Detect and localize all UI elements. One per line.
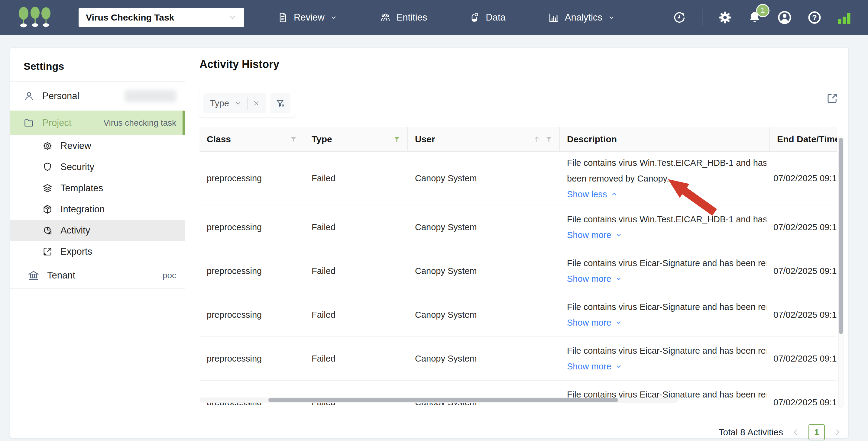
settings-gear-icon[interactable] (718, 10, 732, 25)
column-header-type[interactable]: Type (304, 127, 408, 151)
cell-type: Failed (304, 293, 408, 337)
cell-end-date: 07/02/2025 09:14 (770, 249, 837, 293)
sidebar-item-label: Integration (60, 204, 105, 215)
cell-description: File contains virus Win.Test.EICAR_HDB-1… (560, 151, 770, 205)
nav-item-label: Data (486, 12, 505, 23)
show-more-link[interactable]: Show more (567, 359, 622, 374)
cell-user: Canopy System (408, 249, 560, 293)
sidebar-item-value: Virus checking task (103, 118, 176, 128)
sidebar-item-label: Exports (60, 246, 92, 257)
sidebar-item-label: Tenant (47, 270, 75, 281)
column-header-description[interactable]: Description (560, 127, 770, 151)
package-icon (42, 204, 53, 214)
gear-icon (42, 141, 53, 151)
layers-icon (42, 183, 53, 193)
column-header-class[interactable]: Class (199, 127, 304, 151)
clear-filters-button[interactable] (271, 93, 290, 113)
column-header-user[interactable]: User (408, 127, 560, 151)
chevron-up-icon (611, 191, 618, 198)
nav-item-analytics[interactable]: Analytics (548, 12, 615, 23)
sidebar-item-personal[interactable]: Personal (10, 81, 185, 110)
signal-bars-icon[interactable] (837, 10, 852, 25)
sidebar-item-integration[interactable]: Integration (10, 199, 185, 220)
task-selector-dropdown[interactable]: Virus Checking Task (79, 8, 244, 27)
cell-class: preprocessing (199, 151, 304, 205)
filter-divider (247, 97, 248, 110)
navbar-right-icons: 1 ? (673, 9, 852, 26)
cell-description: File contains virus Eicar-Signature and … (560, 249, 770, 293)
sidebar-item-tenant[interactable]: Tenant poc (10, 262, 185, 289)
filter-funnel-icon[interactable] (290, 136, 297, 143)
table-row: preprocessing Failed Canopy System File … (199, 293, 837, 337)
horizontal-scrollbar-thumb[interactable] (268, 398, 618, 402)
cell-user: Canopy System (408, 205, 560, 249)
cell-user: Canopy System (408, 337, 560, 380)
chevron-down-icon (608, 14, 615, 21)
chevron-down-icon (615, 275, 622, 282)
type-filter-dropdown[interactable]: Type (204, 93, 266, 113)
close-icon[interactable] (253, 100, 259, 107)
total-activities-label: Total 8 Activities (719, 427, 783, 437)
top-navbar: Virus Checking Task Review (0, 0, 868, 35)
sidebar-item-security[interactable]: Security (10, 157, 185, 178)
chevron-down-icon (228, 13, 237, 22)
sort-ascending-icon[interactable] (533, 135, 541, 143)
filter-funnel-icon[interactable] (546, 136, 552, 143)
settings-menu: Personal Project Virus checking task (10, 81, 185, 289)
sidebar-item-activity[interactable]: Activity (10, 220, 185, 241)
chevron-down-icon (615, 319, 622, 326)
navbar-divider (702, 9, 702, 26)
people-icon (380, 12, 391, 23)
show-more-link[interactable]: Show more (567, 271, 622, 287)
user-avatar-icon[interactable] (777, 10, 792, 25)
nav-item-data[interactable]: Data (469, 12, 505, 23)
chevron-down-icon (615, 231, 622, 239)
type-filter-label: Type (210, 99, 229, 108)
table-row: preprocessing Failed Canopy System File … (199, 249, 837, 293)
filter-clear-icon (276, 99, 285, 108)
filter-funnel-active-icon[interactable] (394, 136, 400, 143)
cell-description: File contains virus Eicar-Signature and … (560, 337, 770, 380)
vertical-scrollbar-thumb[interactable] (839, 138, 843, 334)
next-page-button[interactable] (833, 428, 842, 437)
page-number-button[interactable]: 1 (808, 424, 825, 440)
show-more-link[interactable]: Show more (567, 227, 622, 243)
canopy-logo-icon[interactable] (17, 7, 62, 28)
cell-type: Failed (304, 249, 408, 293)
activity-chart-icon (42, 225, 53, 236)
notifications-bell-icon[interactable]: 1 (748, 10, 762, 25)
chevron-down-icon (235, 100, 242, 107)
settings-sidebar: Settings Personal Project Virus c (10, 48, 185, 438)
nav-item-entities[interactable]: Entities (380, 12, 427, 23)
table-row: preprocessing Failed Canopy System File … (199, 337, 837, 381)
show-less-link[interactable]: Show less (567, 186, 618, 202)
horizontal-scrollbar[interactable] (199, 398, 679, 403)
cell-description: File contains virus Win.Test.EICAR_HDB-1… (560, 205, 770, 249)
export-table-button[interactable] (826, 92, 839, 104)
column-label: End Date/Time (777, 134, 837, 144)
previous-page-button[interactable] (792, 428, 800, 437)
sidebar-item-label: Security (60, 162, 94, 172)
show-more-link[interactable]: Show more (567, 315, 622, 331)
show-more-link[interactable]: Show more (567, 402, 622, 405)
column-header-end-date[interactable]: End Date/Time (770, 127, 837, 151)
sidebar-item-project[interactable]: Project Virus checking task (10, 110, 185, 135)
timer-history-icon[interactable] (673, 11, 686, 24)
nav-item-label: Entities (397, 12, 427, 23)
sidebar-item-templates[interactable]: Templates (10, 178, 185, 199)
data-icon (469, 12, 480, 23)
cell-type: Failed (304, 205, 408, 249)
help-icon[interactable]: ? (808, 10, 822, 25)
cell-class: preprocessing (199, 205, 304, 249)
vertical-scrollbar[interactable] (838, 136, 843, 408)
shield-icon (42, 162, 53, 172)
sidebar-item-review[interactable]: Review (10, 135, 185, 157)
chevron-down-icon (330, 14, 337, 21)
activity-history-panel: Activity History Type (185, 48, 848, 438)
cell-end-date: 07/02/2025 09:12 (770, 381, 837, 405)
notification-badge: 1 (756, 4, 770, 17)
cell-user: Canopy System (408, 293, 560, 337)
sidebar-item-exports[interactable]: Exports (10, 241, 185, 262)
nav-item-review[interactable]: Review (277, 12, 337, 23)
sidebar-item-label: Activity (60, 225, 90, 236)
